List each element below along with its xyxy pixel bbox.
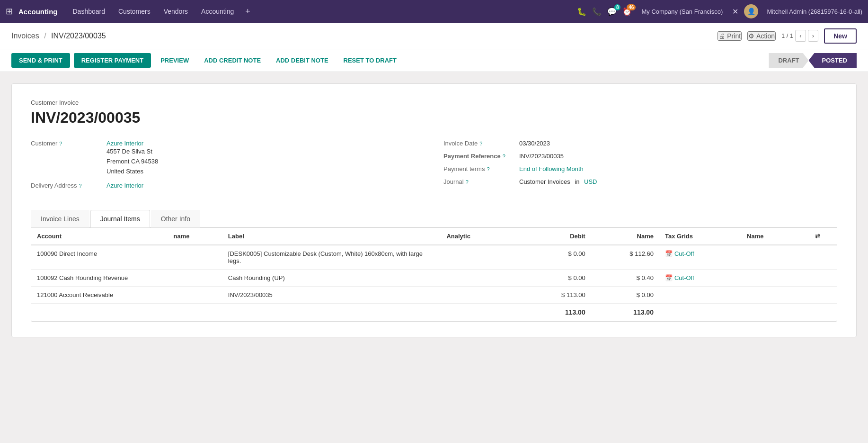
- status-draft: DRAFT: [769, 53, 808, 68]
- delivery-value: Azure Interior: [106, 182, 143, 189]
- action-bar: SEND & PRINT REGISTER PAYMENT PREVIEW AD…: [0, 49, 868, 72]
- tab-journal-items[interactable]: Journal Items: [90, 210, 150, 227]
- add-debit-note-button[interactable]: ADD DEBIT NOTE: [270, 53, 334, 68]
- tabs: Invoice Lines Journal Items Other Info: [31, 210, 837, 227]
- cell-name: [168, 270, 222, 287]
- invoice-date-help-icon[interactable]: ?: [479, 141, 482, 146]
- journal-table-wrapper: Account name Label Analytic Debit Name T…: [31, 227, 837, 322]
- customer-address-line3: United States: [106, 167, 158, 177]
- bug-icon[interactable]: 🐛: [577, 7, 586, 16]
- cell-name: [168, 245, 222, 270]
- nav-accounting[interactable]: Accounting: [195, 0, 239, 23]
- print-icon: 🖨: [718, 32, 725, 40]
- journal-help-icon[interactable]: ?: [466, 179, 469, 185]
- prev-record-button[interactable]: ‹: [795, 30, 806, 42]
- cell-label: [DESK0005] Customizable Desk (Custom, Wh…: [222, 245, 441, 270]
- col-header-arrows[interactable]: ⇄: [809, 228, 837, 245]
- table-row[interactable]: 100090 Direct Income [DESK0005] Customiz…: [31, 245, 837, 270]
- cell-label: INV/2023/00035: [222, 287, 441, 304]
- timer-icon[interactable]: ⏰ 46: [622, 7, 632, 16]
- nav-vendors[interactable]: Vendors: [158, 0, 194, 23]
- top-navigation: ⊞ Accounting Dashboard Customers Vendors…: [0, 0, 868, 23]
- tab-other-info[interactable]: Other Info: [151, 210, 200, 227]
- field-left: Customer ? Azure Interior 4557 De Silva …: [31, 140, 425, 195]
- table-row[interactable]: 100092 Cash Rounding Revenue Cash Roundi…: [31, 270, 837, 287]
- delivery-help-icon[interactable]: ?: [79, 183, 82, 189]
- print-button[interactable]: 🖨 Print: [717, 31, 742, 41]
- phone-icon[interactable]: 📞: [592, 7, 602, 16]
- new-button[interactable]: New: [824, 28, 857, 44]
- journal-label: Journal ?: [443, 178, 519, 185]
- customer-field-row: Customer ? Azure Interior 4557 De Silva …: [31, 140, 425, 176]
- page-header: Invoices / INV/2023/00035 🖨 Print ⚙ Acti…: [0, 23, 868, 49]
- register-payment-button[interactable]: REGISTER PAYMENT: [74, 53, 151, 68]
- avatar[interactable]: 👤: [744, 4, 758, 18]
- customer-address-line1: 4557 De Silva St: [106, 147, 158, 157]
- tab-invoice-lines[interactable]: Invoice Lines: [31, 210, 89, 227]
- action-button[interactable]: ⚙ Action: [747, 31, 776, 41]
- cell-taxgrids[interactable]: 📅Cut-Off: [659, 245, 741, 270]
- payment-ref-value: INV/2023/00035: [519, 153, 564, 160]
- customer-label: Customer ?: [31, 140, 106, 147]
- payment-terms-help-icon[interactable]: ?: [487, 166, 489, 172]
- col-header-credit: Name: [591, 228, 659, 245]
- customer-value: Azure Interior 4557 De Silva St Fremont …: [106, 140, 158, 176]
- totals-spacer: [31, 304, 523, 321]
- preview-button[interactable]: PREVIEW: [155, 53, 195, 68]
- col-header-name: name: [168, 228, 222, 245]
- send-print-button[interactable]: SEND & PRINT: [11, 53, 70, 68]
- chat-icon[interactable]: 💬 8: [607, 7, 617, 16]
- app-grid-icon[interactable]: ⊞: [6, 6, 13, 17]
- totals-credit: 113.00: [591, 304, 659, 321]
- gear-icon: ⚙: [748, 32, 754, 40]
- journal-currency-link[interactable]: USD: [584, 178, 597, 185]
- record-counter: 1 / 1: [781, 32, 793, 39]
- reset-to-draft-button[interactable]: RESET TO DRAFT: [338, 53, 402, 68]
- action-label: Action: [756, 32, 775, 40]
- payment-ref-label: Payment Reference ?: [443, 153, 519, 160]
- delivery-label: Delivery Address ?: [31, 182, 106, 189]
- cell-name2: [741, 287, 809, 304]
- main-content: Customer Invoice INV/2023/00035 Customer…: [0, 72, 868, 439]
- col-header-debit: Debit: [523, 228, 591, 245]
- cell-label: Cash Rounding (UP): [222, 270, 441, 287]
- cell-analytic: [441, 245, 523, 270]
- journal-value: Customer Invoices in USD: [519, 178, 597, 185]
- delivery-name-link[interactable]: Azure Interior: [106, 182, 143, 189]
- header-right: 🖨 Print ⚙ Action 1 / 1 ‹ › New: [717, 28, 857, 44]
- customer-help-icon[interactable]: ?: [59, 141, 62, 146]
- cell-credit: $ 0.40: [591, 270, 659, 287]
- invoice-type-label: Customer Invoice: [31, 99, 837, 106]
- cell-analytic: [441, 287, 523, 304]
- timer-badge: 46: [627, 4, 636, 10]
- payment-ref-help-icon[interactable]: ?: [503, 154, 505, 159]
- invoice-fields: Customer ? Azure Interior 4557 De Silva …: [31, 140, 837, 195]
- cell-arrows: [809, 245, 837, 270]
- payment-terms-link[interactable]: End of Following Month: [519, 165, 584, 172]
- nav-dashboard[interactable]: Dashboard: [67, 0, 111, 23]
- cell-taxgrids[interactable]: 📅Cut-Off: [659, 270, 741, 287]
- col-header-taxgrids: Tax Grids: [659, 228, 741, 245]
- invoice-card: Customer Invoice INV/2023/00035 Customer…: [11, 83, 857, 337]
- add-credit-note-button[interactable]: ADD CREDIT NOTE: [198, 53, 266, 68]
- user-name: Mitchell Admin (26815976-16-0-all): [767, 8, 862, 15]
- topnav-icons: 🐛 📞 💬 8 ⏰ 46 My Company (San Francisco) …: [577, 4, 862, 18]
- cell-analytic: [441, 270, 523, 287]
- col-header-account: Account: [31, 228, 168, 245]
- totals-debit: 113.00: [523, 304, 591, 321]
- invoice-date-value: 03/30/2023: [519, 140, 550, 147]
- breadcrumb-parent[interactable]: Invoices: [11, 32, 39, 40]
- table-totals-row: 113.00 113.00: [31, 304, 837, 321]
- add-menu-icon[interactable]: +: [241, 7, 254, 17]
- settings-icon[interactable]: ✕: [732, 7, 738, 16]
- customer-name-link[interactable]: Azure Interior: [106, 140, 143, 147]
- breadcrumb-current: INV/2023/00035: [51, 32, 106, 40]
- cell-arrows: [809, 287, 837, 304]
- cell-account: 121000 Account Receivable: [31, 287, 168, 304]
- next-record-button[interactable]: ›: [808, 30, 818, 42]
- cell-credit: $ 112.60: [591, 245, 659, 270]
- field-right: Invoice Date ? 03/30/2023 Payment Refere…: [443, 140, 837, 195]
- journal-table: Account name Label Analytic Debit Name T…: [31, 228, 837, 321]
- table-row[interactable]: 121000 Account Receivable INV/2023/00035…: [31, 287, 837, 304]
- nav-customers[interactable]: Customers: [113, 0, 156, 23]
